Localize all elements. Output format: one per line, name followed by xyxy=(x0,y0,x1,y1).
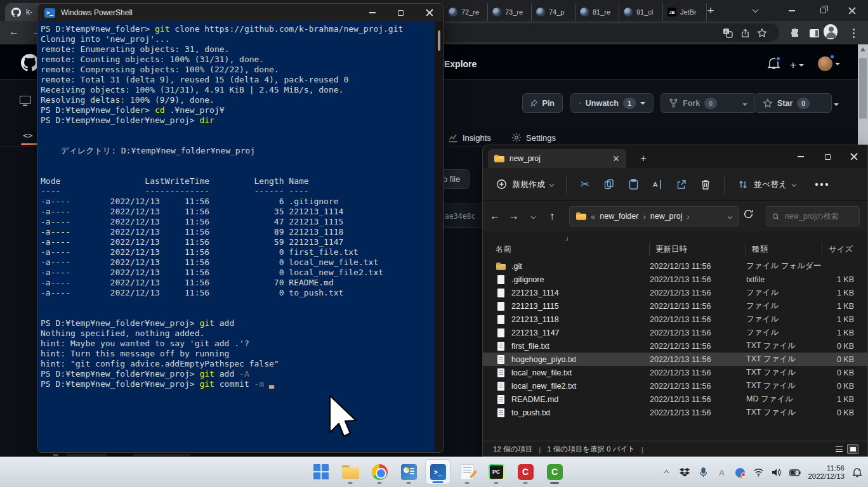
tab-close-icon[interactable] xyxy=(614,156,619,161)
code-tab-icon[interactable]: <> xyxy=(23,131,33,140)
file-row[interactable]: 221213_1115 2022/12/13 11:56 ファイル 1 KB xyxy=(483,299,867,313)
avatar-caret-icon[interactable] xyxy=(835,63,840,65)
star-button[interactable]: Star 0 xyxy=(755,98,817,109)
unwatch-button[interactable]: Unwatch 1 xyxy=(570,93,654,113)
nav-recent-chevron[interactable] xyxy=(523,207,542,226)
file-row[interactable]: local_new_file.txt 2022/12/13 11:56 TXT … xyxy=(483,366,867,379)
share-button[interactable] xyxy=(669,173,694,196)
commit-hash[interactable]: ae34e8c xyxy=(445,212,475,221)
taskbar-camtasia-button[interactable]: C xyxy=(513,459,538,484)
tab-settings[interactable]: Settings xyxy=(511,130,556,145)
new-tab-button[interactable]: + xyxy=(702,2,720,20)
cut-button[interactable]: ✂ xyxy=(573,173,597,196)
start-button[interactable] xyxy=(308,459,334,484)
file-row[interactable]: hogehoge_piyo.txt 2022/12/13 11:56 TXT フ… xyxy=(483,353,867,366)
battery-tray-icon[interactable] xyxy=(789,467,801,478)
file-row[interactable]: local_new_file2.txt 2022/12/13 11:56 TXT… xyxy=(483,379,867,393)
taskbar-explorer-button[interactable] xyxy=(338,459,363,484)
github-avatar[interactable] xyxy=(818,56,832,71)
browser-tab[interactable]: 72_re xyxy=(444,3,488,21)
translate-icon[interactable]: A xyxy=(721,26,735,40)
taskbar-monitor-app-button[interactable] xyxy=(396,459,421,484)
large-icons-view-button[interactable] xyxy=(847,444,858,454)
refresh-button[interactable] xyxy=(743,209,754,222)
browser-back-button[interactable]: ← xyxy=(9,26,19,37)
taskbar-clock[interactable]: 11:56 2022/12/13 xyxy=(808,464,845,481)
browser-tab[interactable]: 74_p xyxy=(532,3,575,21)
file-row[interactable]: 221213_1147 2022/12/13 11:56 ファイル 1 KB xyxy=(483,326,867,339)
browser-minimize-button[interactable] xyxy=(778,0,806,21)
browser-menu-kebab[interactable] xyxy=(846,26,860,40)
explorer-close-button[interactable] xyxy=(841,145,867,168)
rename-button[interactable]: A xyxy=(645,173,669,196)
more-options-button[interactable]: ••• xyxy=(810,173,836,196)
paste-button[interactable] xyxy=(621,173,645,196)
list-view-button[interactable] xyxy=(833,444,845,454)
breadcrumb-item-new-proj[interactable]: new_proj xyxy=(650,212,683,221)
column-size[interactable]: サイズ xyxy=(829,244,853,255)
file-row[interactable]: README.md 2022/12/13 11:56 MD ファイル 1 KB xyxy=(483,393,867,406)
nav-up-button[interactable]: ↑ xyxy=(542,207,562,226)
breadcrumb[interactable]: « new_folder › new_proj › xyxy=(569,206,739,226)
scrollbar-thumb[interactable] xyxy=(859,58,867,119)
ps-minimize-button[interactable] xyxy=(358,4,386,22)
share-icon[interactable] xyxy=(738,26,752,40)
fork-dropdown[interactable] xyxy=(733,99,756,108)
taskbar-chrome-button[interactable] xyxy=(367,459,392,484)
powershell-titlebar[interactable]: >_ Windows PowerShell xyxy=(37,4,444,22)
tab-search-chevron[interactable] xyxy=(741,0,769,21)
browser-tab[interactable]: 91_cl xyxy=(619,3,663,21)
explorer-maximize-button[interactable] xyxy=(814,145,841,168)
breadcrumb-item-new-folder[interactable]: new_folder xyxy=(600,212,638,221)
column-type[interactable]: 種類 xyxy=(752,244,768,255)
scroll-up-arrow[interactable] xyxy=(860,48,865,51)
ps-maximize-button[interactable] xyxy=(386,4,415,22)
browser-tab[interactable]: 81_re xyxy=(575,3,619,21)
notifications-bell-button[interactable] xyxy=(768,58,780,72)
github-logo-icon[interactable] xyxy=(21,54,39,72)
taskbar-pycharm-button[interactable]: PC xyxy=(483,459,509,484)
file-row[interactable]: to_push.txt 2022/12/13 11:56 TXT ファイル 0 … xyxy=(483,406,867,419)
file-row[interactable]: first_file.txt 2022/12/13 11:56 TXT ファイル… xyxy=(483,339,867,353)
bookmark-star-icon[interactable] xyxy=(755,26,769,40)
new-item-button[interactable]: 新規作成 xyxy=(489,173,560,196)
extensions-icon[interactable] xyxy=(788,26,802,40)
search-input[interactable] xyxy=(784,211,853,221)
column-date[interactable]: 更新日時 xyxy=(655,244,687,255)
wifi-tray-icon[interactable] xyxy=(753,467,764,478)
address-dropdown-chevron[interactable] xyxy=(728,214,732,218)
nav-forward-button[interactable]: → xyxy=(504,207,523,226)
pin-button[interactable]: Pin xyxy=(522,93,563,113)
explore-link[interactable]: Explore xyxy=(444,59,477,69)
browser-tab[interactable]: JB JetBr xyxy=(663,3,707,21)
powershell-console[interactable]: PS D:¥temp¥new_folder> git clone https:/… xyxy=(37,22,444,453)
explorer-new-tab-button[interactable]: + xyxy=(635,150,652,167)
taskbar-powershell-button[interactable]: >_ xyxy=(425,459,450,484)
tab-insights[interactable]: Insights xyxy=(448,130,491,145)
google-profile-tray-icon[interactable] xyxy=(734,467,746,478)
taskbar-recorder-button[interactable]: C xyxy=(542,459,567,484)
ps-close-button[interactable] xyxy=(415,4,444,22)
notification-center-button[interactable]: z xyxy=(852,467,863,478)
sort-button[interactable]: 並べ替え xyxy=(731,173,802,196)
taskbar-notepad-button[interactable] xyxy=(454,459,480,484)
star-dropdown[interactable] xyxy=(826,99,846,108)
browser-close-button[interactable] xyxy=(838,0,866,21)
column-divider[interactable] xyxy=(822,243,822,256)
file-row[interactable]: 221213_1114 2022/12/13 11:56 ファイル 1 KB xyxy=(483,286,867,299)
microphone-tray-icon[interactable] xyxy=(697,467,709,478)
explorer-tab[interactable]: new_proj xyxy=(488,149,626,168)
create-new-button[interactable]: + xyxy=(790,59,804,72)
file-row[interactable]: 221213_1118 2022/12/13 11:56 ファイル 1 KB xyxy=(483,313,867,326)
browser-profile-avatar[interactable] xyxy=(824,25,838,39)
scrollbar-thumb[interactable] xyxy=(438,30,440,51)
copy-button[interactable] xyxy=(597,173,621,196)
column-divider[interactable] xyxy=(649,243,650,256)
powershell-scrollbar[interactable] xyxy=(435,22,444,453)
column-name[interactable]: 名前 xyxy=(496,244,511,255)
browser-tab[interactable]: 73_re xyxy=(488,3,532,21)
fork-button[interactable]: Fork 0 xyxy=(661,98,725,109)
breadcrumb-collapsed[interactable]: « xyxy=(591,212,595,221)
nav-back-button[interactable]: ← xyxy=(485,207,504,226)
tray-show-hidden-button[interactable] xyxy=(661,467,672,478)
